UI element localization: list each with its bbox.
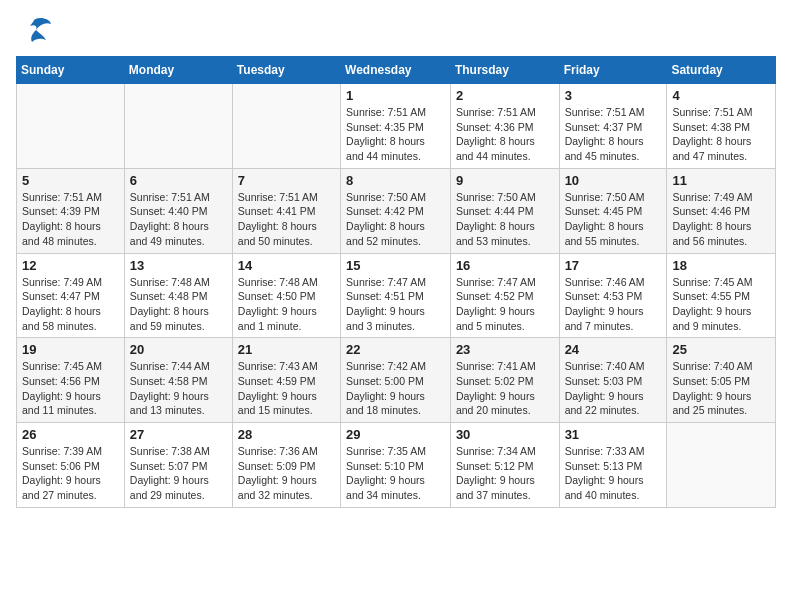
day-info: Sunrise: 7:50 AM Sunset: 4:42 PM Dayligh… bbox=[346, 190, 445, 249]
day-number: 21 bbox=[238, 342, 335, 357]
calendar-week-2: 5Sunrise: 7:51 AM Sunset: 4:39 PM Daylig… bbox=[17, 168, 776, 253]
day-number: 1 bbox=[346, 88, 445, 103]
day-number: 27 bbox=[130, 427, 227, 442]
calendar-cell bbox=[232, 84, 340, 169]
column-header-thursday: Thursday bbox=[450, 57, 559, 84]
day-info: Sunrise: 7:48 AM Sunset: 4:48 PM Dayligh… bbox=[130, 275, 227, 334]
calendar-cell: 22Sunrise: 7:42 AM Sunset: 5:00 PM Dayli… bbox=[341, 338, 451, 423]
day-number: 25 bbox=[672, 342, 770, 357]
day-info: Sunrise: 7:43 AM Sunset: 4:59 PM Dayligh… bbox=[238, 359, 335, 418]
day-info: Sunrise: 7:36 AM Sunset: 5:09 PM Dayligh… bbox=[238, 444, 335, 503]
calendar-body: 1Sunrise: 7:51 AM Sunset: 4:35 PM Daylig… bbox=[17, 84, 776, 508]
day-number: 7 bbox=[238, 173, 335, 188]
day-info: Sunrise: 7:49 AM Sunset: 4:46 PM Dayligh… bbox=[672, 190, 770, 249]
calendar-cell: 28Sunrise: 7:36 AM Sunset: 5:09 PM Dayli… bbox=[232, 423, 340, 508]
day-number: 23 bbox=[456, 342, 554, 357]
day-number: 14 bbox=[238, 258, 335, 273]
day-info: Sunrise: 7:48 AM Sunset: 4:50 PM Dayligh… bbox=[238, 275, 335, 334]
day-number: 18 bbox=[672, 258, 770, 273]
calendar-cell: 17Sunrise: 7:46 AM Sunset: 4:53 PM Dayli… bbox=[559, 253, 667, 338]
day-info: Sunrise: 7:40 AM Sunset: 5:03 PM Dayligh… bbox=[565, 359, 662, 418]
calendar-cell: 2Sunrise: 7:51 AM Sunset: 4:36 PM Daylig… bbox=[450, 84, 559, 169]
day-number: 19 bbox=[22, 342, 119, 357]
day-number: 15 bbox=[346, 258, 445, 273]
calendar-cell: 9Sunrise: 7:50 AM Sunset: 4:44 PM Daylig… bbox=[450, 168, 559, 253]
day-info: Sunrise: 7:50 AM Sunset: 4:44 PM Dayligh… bbox=[456, 190, 554, 249]
day-number: 26 bbox=[22, 427, 119, 442]
day-info: Sunrise: 7:51 AM Sunset: 4:38 PM Dayligh… bbox=[672, 105, 770, 164]
calendar-week-3: 12Sunrise: 7:49 AM Sunset: 4:47 PM Dayli… bbox=[17, 253, 776, 338]
calendar-cell: 13Sunrise: 7:48 AM Sunset: 4:48 PM Dayli… bbox=[124, 253, 232, 338]
day-number: 3 bbox=[565, 88, 662, 103]
day-info: Sunrise: 7:33 AM Sunset: 5:13 PM Dayligh… bbox=[565, 444, 662, 503]
day-info: Sunrise: 7:35 AM Sunset: 5:10 PM Dayligh… bbox=[346, 444, 445, 503]
column-header-monday: Monday bbox=[124, 57, 232, 84]
day-number: 5 bbox=[22, 173, 119, 188]
calendar-cell: 24Sunrise: 7:40 AM Sunset: 5:03 PM Dayli… bbox=[559, 338, 667, 423]
calendar-cell: 23Sunrise: 7:41 AM Sunset: 5:02 PM Dayli… bbox=[450, 338, 559, 423]
calendar-cell: 7Sunrise: 7:51 AM Sunset: 4:41 PM Daylig… bbox=[232, 168, 340, 253]
day-info: Sunrise: 7:51 AM Sunset: 4:37 PM Dayligh… bbox=[565, 105, 662, 164]
page-header bbox=[16, 16, 776, 44]
day-number: 30 bbox=[456, 427, 554, 442]
day-number: 8 bbox=[346, 173, 445, 188]
day-info: Sunrise: 7:38 AM Sunset: 5:07 PM Dayligh… bbox=[130, 444, 227, 503]
day-number: 4 bbox=[672, 88, 770, 103]
logo-bird-icon bbox=[16, 16, 52, 44]
calendar-cell: 30Sunrise: 7:34 AM Sunset: 5:12 PM Dayli… bbox=[450, 423, 559, 508]
day-number: 11 bbox=[672, 173, 770, 188]
calendar-cell: 11Sunrise: 7:49 AM Sunset: 4:46 PM Dayli… bbox=[667, 168, 776, 253]
calendar-cell: 29Sunrise: 7:35 AM Sunset: 5:10 PM Dayli… bbox=[341, 423, 451, 508]
column-header-wednesday: Wednesday bbox=[341, 57, 451, 84]
column-header-friday: Friday bbox=[559, 57, 667, 84]
calendar-table: SundayMondayTuesdayWednesdayThursdayFrid… bbox=[16, 56, 776, 508]
day-info: Sunrise: 7:41 AM Sunset: 5:02 PM Dayligh… bbox=[456, 359, 554, 418]
day-number: 31 bbox=[565, 427, 662, 442]
day-info: Sunrise: 7:46 AM Sunset: 4:53 PM Dayligh… bbox=[565, 275, 662, 334]
day-number: 29 bbox=[346, 427, 445, 442]
calendar-cell: 5Sunrise: 7:51 AM Sunset: 4:39 PM Daylig… bbox=[17, 168, 125, 253]
calendar-cell: 31Sunrise: 7:33 AM Sunset: 5:13 PM Dayli… bbox=[559, 423, 667, 508]
day-number: 12 bbox=[22, 258, 119, 273]
day-info: Sunrise: 7:47 AM Sunset: 4:51 PM Dayligh… bbox=[346, 275, 445, 334]
day-info: Sunrise: 7:51 AM Sunset: 4:40 PM Dayligh… bbox=[130, 190, 227, 249]
day-number: 24 bbox=[565, 342, 662, 357]
day-number: 9 bbox=[456, 173, 554, 188]
day-number: 28 bbox=[238, 427, 335, 442]
day-number: 6 bbox=[130, 173, 227, 188]
day-info: Sunrise: 7:49 AM Sunset: 4:47 PM Dayligh… bbox=[22, 275, 119, 334]
day-number: 13 bbox=[130, 258, 227, 273]
calendar-cell: 14Sunrise: 7:48 AM Sunset: 4:50 PM Dayli… bbox=[232, 253, 340, 338]
day-info: Sunrise: 7:47 AM Sunset: 4:52 PM Dayligh… bbox=[456, 275, 554, 334]
day-number: 10 bbox=[565, 173, 662, 188]
calendar-cell: 16Sunrise: 7:47 AM Sunset: 4:52 PM Dayli… bbox=[450, 253, 559, 338]
day-number: 2 bbox=[456, 88, 554, 103]
day-info: Sunrise: 7:45 AM Sunset: 4:56 PM Dayligh… bbox=[22, 359, 119, 418]
day-info: Sunrise: 7:45 AM Sunset: 4:55 PM Dayligh… bbox=[672, 275, 770, 334]
day-number: 16 bbox=[456, 258, 554, 273]
calendar-cell: 20Sunrise: 7:44 AM Sunset: 4:58 PM Dayli… bbox=[124, 338, 232, 423]
day-info: Sunrise: 7:51 AM Sunset: 4:36 PM Dayligh… bbox=[456, 105, 554, 164]
day-number: 22 bbox=[346, 342, 445, 357]
calendar-cell bbox=[124, 84, 232, 169]
calendar-week-5: 26Sunrise: 7:39 AM Sunset: 5:06 PM Dayli… bbox=[17, 423, 776, 508]
calendar-cell: 18Sunrise: 7:45 AM Sunset: 4:55 PM Dayli… bbox=[667, 253, 776, 338]
calendar-cell: 26Sunrise: 7:39 AM Sunset: 5:06 PM Dayli… bbox=[17, 423, 125, 508]
calendar-cell: 27Sunrise: 7:38 AM Sunset: 5:07 PM Dayli… bbox=[124, 423, 232, 508]
calendar-cell bbox=[17, 84, 125, 169]
day-info: Sunrise: 7:51 AM Sunset: 4:35 PM Dayligh… bbox=[346, 105, 445, 164]
day-number: 17 bbox=[565, 258, 662, 273]
logo bbox=[16, 16, 56, 44]
calendar-cell: 25Sunrise: 7:40 AM Sunset: 5:05 PM Dayli… bbox=[667, 338, 776, 423]
column-header-tuesday: Tuesday bbox=[232, 57, 340, 84]
day-info: Sunrise: 7:51 AM Sunset: 4:39 PM Dayligh… bbox=[22, 190, 119, 249]
day-info: Sunrise: 7:40 AM Sunset: 5:05 PM Dayligh… bbox=[672, 359, 770, 418]
day-number: 20 bbox=[130, 342, 227, 357]
day-info: Sunrise: 7:50 AM Sunset: 4:45 PM Dayligh… bbox=[565, 190, 662, 249]
calendar-cell: 6Sunrise: 7:51 AM Sunset: 4:40 PM Daylig… bbox=[124, 168, 232, 253]
calendar-cell: 8Sunrise: 7:50 AM Sunset: 4:42 PM Daylig… bbox=[341, 168, 451, 253]
calendar-cell: 1Sunrise: 7:51 AM Sunset: 4:35 PM Daylig… bbox=[341, 84, 451, 169]
calendar-cell: 12Sunrise: 7:49 AM Sunset: 4:47 PM Dayli… bbox=[17, 253, 125, 338]
day-info: Sunrise: 7:42 AM Sunset: 5:00 PM Dayligh… bbox=[346, 359, 445, 418]
calendar-cell: 10Sunrise: 7:50 AM Sunset: 4:45 PM Dayli… bbox=[559, 168, 667, 253]
